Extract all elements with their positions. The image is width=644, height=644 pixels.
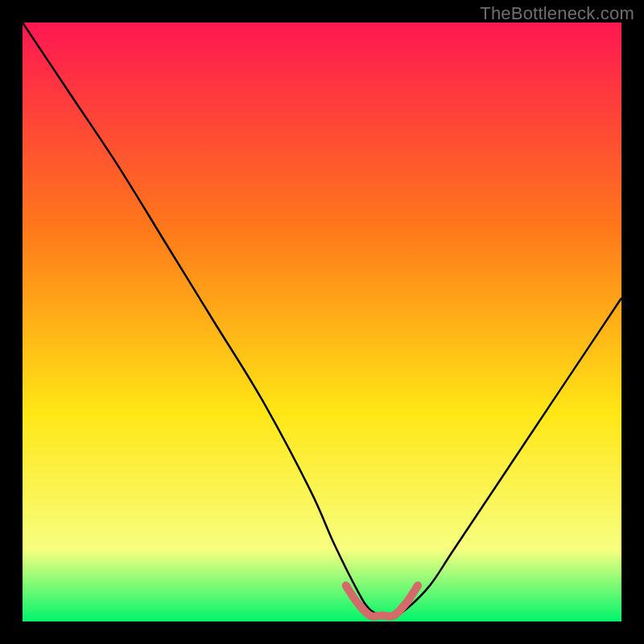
gradient-background [23, 23, 621, 621]
watermark-text: TheBottleneck.com [480, 3, 634, 24]
bottleneck-chart [23, 23, 621, 621]
chart-plot-area [23, 23, 621, 621]
